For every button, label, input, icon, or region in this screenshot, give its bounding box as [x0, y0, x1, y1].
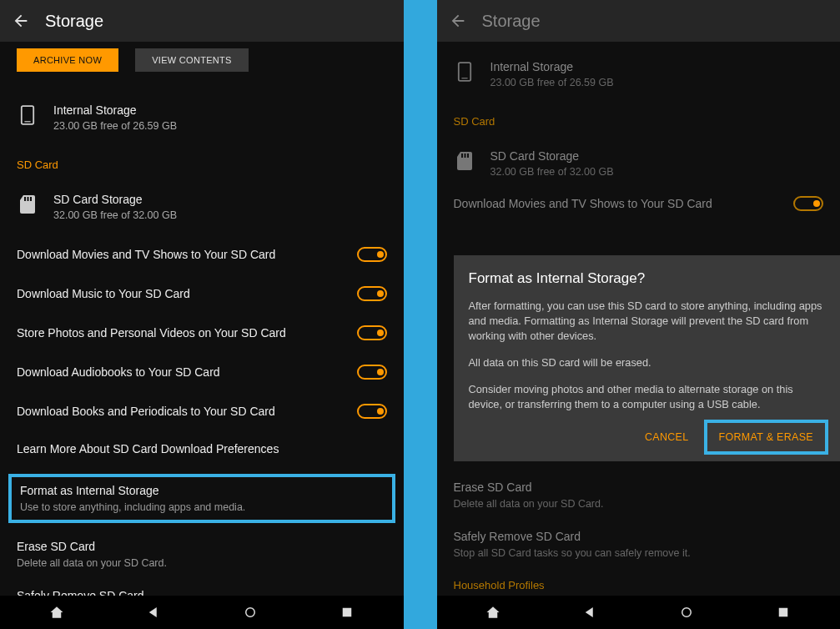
home-icon [485, 605, 500, 620]
safely-title: Safely Remove SD Card [454, 530, 824, 543]
sd-storage-text: SD Card Storage 32.00 GB free of 32.00 G… [490, 149, 614, 178]
archive-now-button[interactable]: ARCHIVE NOW [17, 48, 118, 72]
toggle-movies-label: Download Movies and TV Shows to Your SD … [17, 248, 275, 261]
internal-storage-text: Internal Storage 23.00 GB free of 26.59 … [53, 103, 177, 132]
svg-rect-13 [779, 608, 788, 617]
phone-icon [20, 105, 35, 128]
navbar [0, 596, 404, 629]
format-sub: Use to store anything, including apps an… [20, 501, 384, 513]
svg-rect-3 [28, 197, 29, 201]
square-icon [776, 605, 791, 620]
sd-card-section-label: SD Card [454, 115, 824, 128]
nav-home-button[interactable] [49, 605, 64, 620]
back-button[interactable] [449, 12, 467, 30]
svg-rect-6 [342, 608, 351, 617]
dialog-actions: CANCEL FORMAT & ERASE [469, 423, 826, 451]
internal-storage-row[interactable]: Internal Storage 23.00 GB free of 26.59 … [17, 88, 387, 145]
navbar [437, 596, 841, 629]
svg-rect-9 [461, 153, 463, 158]
internal-storage-sub: 23.00 GB free of 26.59 GB [490, 77, 614, 88]
nav-home-button[interactable] [485, 605, 500, 620]
erase-title: Erase SD Card [17, 540, 387, 553]
dialog-title: Format as Internal Storage? [469, 270, 826, 287]
header: Storage [437, 0, 841, 42]
nav-circle-button[interactable] [679, 605, 694, 620]
toggle-switch [793, 196, 823, 211]
safely-sub: Stop all SD Card tasks so you can safely… [454, 547, 824, 559]
svg-point-5 [245, 608, 254, 617]
content-area: ARCHIVE NOW VIEW CONTENTS Internal Stora… [0, 42, 404, 596]
svg-rect-10 [464, 153, 465, 158]
toggle-music-label: Download Music to Your SD Card [17, 287, 190, 300]
nav-square-button[interactable] [776, 605, 791, 620]
toggle-books[interactable]: Download Books and Periodicals to Your S… [17, 391, 387, 430]
header: Storage [0, 0, 404, 42]
safely-remove-row: Safely Remove SD Card Stop all SD Card t… [454, 520, 824, 569]
svg-rect-4 [30, 197, 32, 201]
nav-back-button[interactable] [146, 605, 161, 620]
format-dialog: Format as Internal Storage? After format… [454, 255, 841, 461]
nav-back-button[interactable] [582, 605, 597, 620]
household-profiles-label: Household Profiles [454, 579, 824, 591]
toggle-switch[interactable] [357, 247, 387, 262]
format-highlight: Format as Internal Storage Use to store … [8, 474, 395, 523]
internal-storage-sub: 23.00 GB free of 26.59 GB [53, 120, 177, 132]
dialog-body: After formatting, you can use this SD ca… [469, 299, 826, 411]
erase-sub: Delete all data on your SD Card. [454, 498, 824, 510]
safely-title: Safely Remove SD Card [17, 589, 387, 596]
toggle-switch[interactable] [357, 286, 387, 301]
safely-remove-row[interactable]: Safely Remove SD Card Stop all SD Card t… [17, 579, 387, 596]
svg-rect-11 [467, 153, 469, 158]
learn-more-link[interactable]: Learn More About SD Card Download Prefer… [17, 430, 387, 467]
svg-point-12 [682, 608, 692, 617]
circle-icon [679, 605, 694, 620]
nav-square-button[interactable] [340, 605, 355, 620]
circle-icon [243, 605, 258, 620]
toggle-music[interactable]: Download Music to Your SD Card [17, 274, 387, 313]
arrow-left-icon [12, 12, 30, 30]
format-title: Format as Internal Storage [20, 484, 384, 497]
toggle-movies[interactable]: Download Movies and TV Shows to Your SD … [17, 234, 387, 274]
toggle-switch[interactable] [357, 404, 387, 419]
sd-storage-title: SD Card Storage [53, 193, 177, 206]
dialog-p1: After formatting, you can use this SD ca… [469, 299, 826, 344]
internal-storage-title: Internal Storage [53, 103, 177, 117]
toggle-audiobooks-label: Download Audiobooks to Your SD Card [17, 365, 220, 379]
triangle-back-icon [146, 605, 161, 620]
toggle-photos-label: Store Photos and Personal Videos on Your… [17, 326, 286, 340]
internal-storage-text: Internal Storage 23.00 GB free of 26.59 … [490, 60, 614, 88]
back-button[interactable] [12, 12, 30, 30]
format-as-internal-row[interactable]: Format as Internal Storage Use to store … [20, 484, 384, 513]
sd-card-section-label: SD Card [17, 159, 387, 171]
home-icon [49, 605, 64, 620]
toggle-switch[interactable] [357, 325, 387, 340]
page-title: Storage [482, 12, 541, 31]
format-erase-button[interactable]: FORMAT & ERASE [704, 420, 828, 455]
toggle-movies-label: Download Movies and TV Shows to Your SD … [454, 197, 712, 210]
toggle-photos[interactable]: Store Photos and Personal Videos on Your… [17, 313, 387, 352]
square-icon [340, 605, 355, 620]
internal-storage-row: Internal Storage 23.00 GB free of 26.59 … [454, 42, 824, 102]
screen-right: Storage Internal Storage 23.00 GB free o… [437, 0, 841, 629]
svg-rect-2 [24, 197, 26, 201]
toggle-audiobooks[interactable]: Download Audiobooks to Your SD Card [17, 352, 387, 391]
toggle-movies-bg: Download Movies and TV Shows to Your SD … [454, 191, 824, 211]
view-contents-button[interactable]: VIEW CONTENTS [135, 48, 249, 72]
cancel-button[interactable]: CANCEL [633, 423, 701, 451]
toggle-switch[interactable] [357, 365, 387, 380]
screen-left: Storage ARCHIVE NOW VIEW CONTENTS Intern… [0, 0, 404, 629]
nav-circle-button[interactable] [243, 605, 258, 620]
erase-sd-row[interactable]: Erase SD Card Delete all data on your SD… [17, 530, 387, 579]
triangle-back-icon [582, 605, 597, 620]
erase-sd-row: Erase SD Card Delete all data on your SD… [454, 470, 824, 520]
svg-rect-1 [24, 121, 30, 122]
sd-storage-row: SD Card Storage 32.00 GB free of 32.00 G… [454, 134, 824, 191]
sd-storage-title: SD Card Storage [490, 149, 614, 163]
toggle-books-label: Download Books and Periodicals to Your S… [17, 405, 275, 418]
internal-storage-title: Internal Storage [490, 60, 614, 73]
sd-storage-row[interactable]: SD Card Storage 32.00 GB free of 32.00 G… [17, 178, 387, 234]
erase-title: Erase SD Card [454, 481, 824, 494]
svg-rect-8 [461, 78, 467, 78]
phone-icon [457, 62, 472, 85]
sd-card-icon [457, 151, 472, 174]
